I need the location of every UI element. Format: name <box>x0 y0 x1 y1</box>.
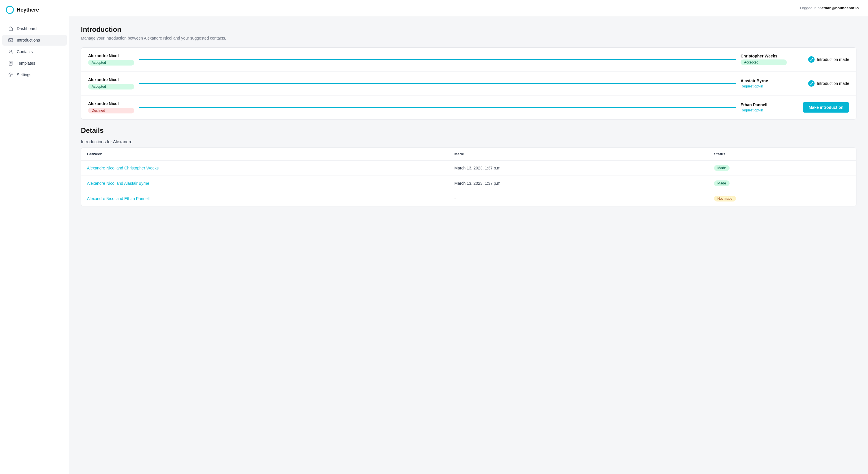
logo: Heythere <box>0 0 69 21</box>
col-status: Status <box>708 148 856 161</box>
make-introduction-button[interactable]: Make introduction <box>803 102 849 112</box>
between-link[interactable]: Alexandre Nicol and Alastair Byrne <box>87 181 149 185</box>
table-row: Alexandre Nicol and Ethan Pannell - Not … <box>81 191 856 206</box>
cell-between: Alexandre Nicol and Alastair Byrne <box>81 176 448 191</box>
main-container: Logged in as ethan@bouncebot.io Introduc… <box>69 0 868 474</box>
header: Logged in as ethan@bouncebot.io <box>69 0 868 16</box>
between-link[interactable]: Alexandre Nicol and Ethan Pannell <box>87 196 149 201</box>
details-subtitle: Introductions for Alexandre <box>81 139 857 144</box>
between-link[interactable]: Alexandre Nicol and Christopher Weeks <box>87 166 159 170</box>
sidebar-item-label: Introductions <box>17 38 40 42</box>
sidebar-nav: Dashboard Introductions Contacts <box>0 21 69 82</box>
person-name: Ethan Pannell <box>741 102 787 107</box>
sidebar-item-label: Settings <box>17 72 31 77</box>
connector-line <box>139 107 736 108</box>
cell-status: Made <box>708 161 856 176</box>
status-badge: Accepted <box>88 60 134 66</box>
logged-in-label: Logged in as <box>800 6 822 10</box>
status-badge: Made <box>714 165 730 171</box>
person-right-2: Alastair Byrne Request opt-in <box>741 78 787 88</box>
mail-icon <box>8 37 13 43</box>
table-header-row: Between Made Status <box>81 148 856 161</box>
person-name: Alexandre Nicol <box>88 77 134 82</box>
sidebar: Heythere Dashboard Introductions <box>0 0 69 474</box>
intro-action-1: Introduction made <box>792 56 849 63</box>
person-right-3: Ethan Pannell Request opt-in <box>741 102 787 112</box>
person-name: Alastair Byrne <box>741 78 787 83</box>
details-table: Between Made Status Alexandre Nicol and … <box>81 148 856 206</box>
cell-made: March 13, 2023, 1:37 p.m. <box>448 161 708 176</box>
cell-made: March 13, 2023, 1:37 p.m. <box>448 176 708 191</box>
intro-card: Alexandre Nicol Accepted Christopher Wee… <box>81 47 857 120</box>
status-badge: Made <box>714 180 730 186</box>
col-made: Made <box>448 148 708 161</box>
user-icon <box>8 49 13 54</box>
logged-in-user: ethan@bouncebot.io <box>822 6 859 10</box>
cell-between: Alexandre Nicol and Christopher Weeks <box>81 161 448 176</box>
logo-circle <box>6 6 14 14</box>
col-between: Between <box>81 148 448 161</box>
sidebar-item-label: Contacts <box>17 49 33 54</box>
gear-icon <box>8 72 13 77</box>
page-title: Introduction <box>81 25 857 33</box>
sidebar-item-dashboard[interactable]: Dashboard <box>2 23 67 34</box>
cell-between: Alexandre Nicol and Ethan Pannell <box>81 191 448 206</box>
person-left-3: Alexandre Nicol Declined <box>88 101 134 113</box>
home-icon <box>8 26 13 31</box>
status-badge: Accepted <box>741 60 787 65</box>
intro-row-1: Alexandre Nicol Accepted Christopher Wee… <box>81 47 856 72</box>
page-subtitle: Manage your introduction between Alexand… <box>81 36 857 40</box>
intro-made-text: Introduction made <box>817 81 849 86</box>
intro-row-3: Alexandre Nicol Declined Ethan Pannell R… <box>81 96 856 119</box>
cell-made: - <box>448 191 708 206</box>
request-opt-in-link[interactable]: Request opt-in <box>741 108 787 112</box>
person-left-1: Alexandre Nicol Accepted <box>88 54 134 66</box>
person-left-2: Alexandre Nicol Accepted <box>88 77 134 90</box>
status-badge: Not made <box>714 196 736 202</box>
intro-made-text: Introduction made <box>817 57 849 62</box>
svg-point-3 <box>10 74 11 76</box>
connector-line <box>139 83 736 84</box>
cell-status: Made <box>708 176 856 191</box>
status-badge: Declined <box>88 108 134 113</box>
intro-action-2: Introduction made <box>792 80 849 87</box>
main-content: Introduction Manage your introduction be… <box>69 16 868 474</box>
svg-rect-0 <box>9 39 13 42</box>
intro-made-icon <box>808 80 814 87</box>
intro-action-3: Make introduction <box>792 102 849 112</box>
sidebar-item-templates[interactable]: Templates <box>2 58 67 69</box>
table-row: Alexandre Nicol and Christopher Weeks Ma… <box>81 161 856 176</box>
sidebar-item-label: Templates <box>17 61 35 66</box>
file-icon <box>8 61 13 66</box>
details-table-card: Between Made Status Alexandre Nicol and … <box>81 147 857 206</box>
status-badge: Accepted <box>88 84 134 90</box>
intro-made-icon <box>808 56 814 63</box>
person-name: Alexandre Nicol <box>88 101 134 106</box>
person-name: Alexandre Nicol <box>88 54 134 58</box>
sidebar-item-introductions[interactable]: Introductions <box>2 35 67 45</box>
table-row: Alexandre Nicol and Alastair Byrne March… <box>81 176 856 191</box>
sidebar-item-label: Dashboard <box>17 26 37 31</box>
sidebar-item-contacts[interactable]: Contacts <box>2 46 67 57</box>
sidebar-item-settings[interactable]: Settings <box>2 69 67 80</box>
intro-row-2: Alexandre Nicol Accepted Alastair Byrne … <box>81 72 856 96</box>
logo-text: Heythere <box>17 7 39 13</box>
request-opt-in-link[interactable]: Request opt-in <box>741 84 787 88</box>
connector-line <box>139 59 736 60</box>
details-title: Details <box>81 127 857 135</box>
cell-status: Not made <box>708 191 856 206</box>
person-right-1: Christopher Weeks Accepted <box>741 54 787 65</box>
person-name: Christopher Weeks <box>741 54 787 58</box>
svg-point-1 <box>10 50 11 52</box>
